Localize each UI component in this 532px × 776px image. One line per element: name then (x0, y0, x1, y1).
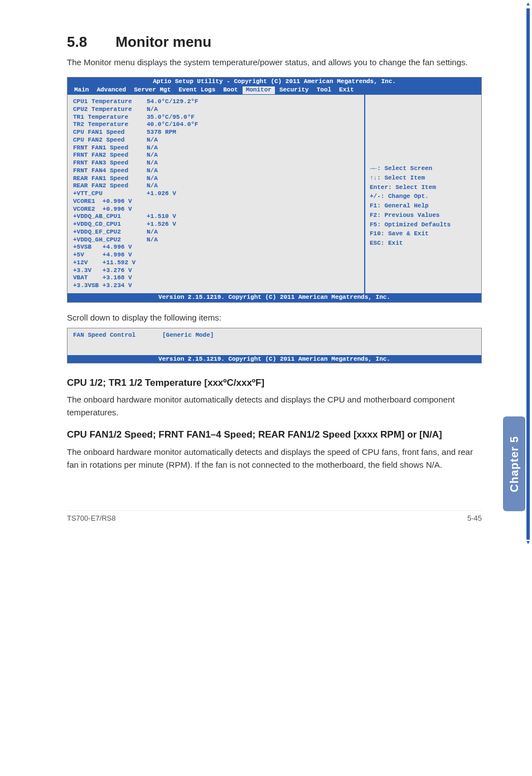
bios-small-footer: Version 2.15.1219. Copyright (C) 2011 Am… (67, 355, 481, 363)
bios-body: CPU1 Temperature 54.0°C/129.2°F CPU2 Tem… (67, 95, 481, 293)
bios-help-line: F2: Previous Values (370, 212, 477, 220)
sub1-heading: CPU 1/2; TR1 1/2 Temperature [xxxºC/xxxº… (67, 377, 482, 390)
footer-left: TS700-E7/RS8 (67, 514, 115, 522)
bios-menu-item: Exit (336, 86, 357, 94)
bios-menu-item: Main (71, 86, 92, 94)
bios-footer: Version 2.15.1219. Copyright (C) 2011 Am… (67, 293, 481, 302)
bios-help-line: F1: General Help (370, 202, 477, 210)
bios-screenshot-small: FAN Speed Control[Generic Mode] Version … (67, 328, 482, 363)
section-heading: 5.8 Monitor menu (67, 33, 482, 51)
page-footer: TS700-E7/RS8 5-45 (67, 510, 482, 522)
sub1-body: The onboard hardware monitor automatical… (67, 394, 482, 419)
bios-menu-item: Server Mgt (130, 86, 174, 94)
intro-paragraph: The Monitor menu displays the system tem… (67, 56, 482, 69)
fan-speed-label: FAN Speed Control (73, 332, 162, 338)
bios-scrollbar: ▲ ▼ (525, 1, 531, 544)
sub2-body: The onboard hardware monitor automatical… (67, 446, 482, 471)
bios-help-line: ↑↓: Select Item (370, 174, 477, 182)
bios-settings-list: CPU1 Temperature 54.0°C/129.2°F CPU2 Tem… (67, 95, 364, 293)
bios-menu-item: Event Logs (175, 86, 219, 94)
fan-speed-value: [Generic Mode] (162, 332, 214, 338)
footer-right: 5-45 (467, 514, 482, 522)
bios-screenshot: Aptio Setup Utility - Copyright (C) 2011… (67, 77, 482, 303)
bios-help-line: →←: Select Screen (370, 165, 477, 173)
bios-help-pane: →←: Select Screen↑↓: Select ItemEnter: S… (364, 95, 481, 293)
bios-menu-item: Advanced (93, 86, 129, 94)
bios-help-line: F5: Optimized Defaults (370, 221, 477, 229)
sub2-heading: CPU FAN1/2 Speed; FRNT FAN1–4 Speed; REA… (67, 429, 482, 442)
chapter-tab: Chapter 5 (503, 416, 525, 511)
bios-help-line: +/-: Change Opt. (370, 193, 477, 201)
bios-help-line: F10: Save & Exit (370, 230, 477, 238)
bios-menu-item: Boot (220, 86, 241, 94)
bios-menu-item: Security (276, 86, 312, 94)
bios-menu-item: Monitor (243, 86, 275, 94)
section-title: Monitor menu (115, 33, 211, 50)
bios-menu-item: Tool (313, 86, 335, 94)
bios-small-body: FAN Speed Control[Generic Mode] (67, 328, 481, 355)
scroll-note: Scroll down to display the following ite… (67, 313, 482, 322)
bios-menu-bar: MainAdvancedServer MgtEvent LogsBootMoni… (67, 86, 481, 95)
scroll-up-icon: ▲ (525, 1, 531, 8)
scroll-down-icon: ▼ (525, 540, 531, 545)
section-number: 5.8 (67, 33, 112, 51)
bios-help-line: ESC: Exit (370, 240, 477, 248)
bios-help-line: Enter: Select Item (370, 184, 477, 192)
bios-title-bar: Aptio Setup Utility - Copyright (C) 2011… (67, 77, 481, 86)
